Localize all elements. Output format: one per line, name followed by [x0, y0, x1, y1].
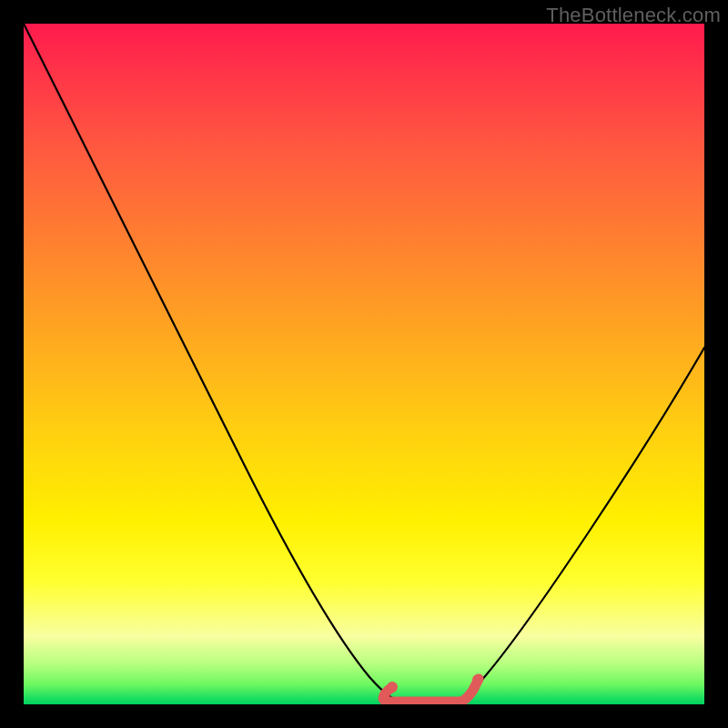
- watermark-text: TheBottleneck.com: [546, 4, 721, 27]
- plot-area: [24, 24, 704, 704]
- highlight-start-dot: [387, 682, 398, 693]
- optimal-range-highlight: [383, 679, 479, 702]
- bottleneck-curve: [24, 24, 704, 699]
- highlight-end-dot: [472, 674, 483, 685]
- chart-frame: TheBottleneck.com: [0, 0, 728, 728]
- curve-svg: [24, 24, 704, 704]
